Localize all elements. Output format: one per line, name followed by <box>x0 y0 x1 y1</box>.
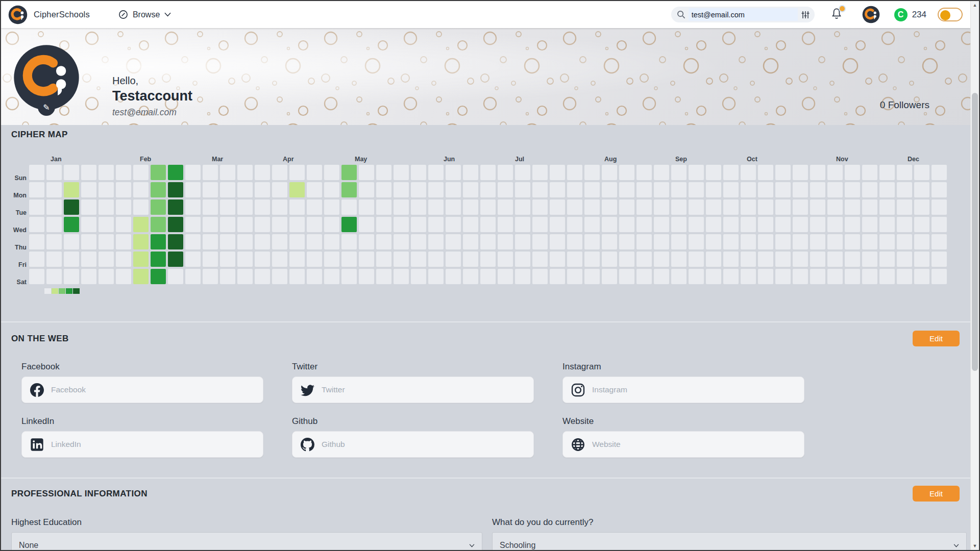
heatmap-cell[interactable] <box>775 165 791 180</box>
heatmap-cell[interactable] <box>584 199 600 215</box>
heatmap-cell[interactable] <box>81 234 96 249</box>
heatmap-cell[interactable] <box>446 234 461 249</box>
heatmap-cell[interactable] <box>394 199 409 215</box>
heatmap-cell[interactable] <box>411 269 426 284</box>
heatmap-cell[interactable] <box>897 199 912 215</box>
heatmap-cell[interactable] <box>723 165 739 180</box>
heatmap-cell[interactable] <box>914 234 929 249</box>
heatmap-cell[interactable] <box>897 234 912 249</box>
heatmap-cell[interactable] <box>827 234 843 249</box>
heatmap-cell[interactable] <box>446 182 461 197</box>
heatmap-cell[interactable] <box>46 182 62 197</box>
heatmap-cell[interactable] <box>446 199 461 215</box>
heatmap-cell[interactable] <box>81 165 96 180</box>
heatmap-cell[interactable] <box>428 165 444 180</box>
heatmap-cell[interactable] <box>793 199 808 215</box>
heatmap-cell[interactable] <box>185 165 201 180</box>
browse-menu[interactable]: Browse <box>118 10 171 19</box>
heatmap-cell[interactable] <box>584 234 600 249</box>
heatmap-cell[interactable] <box>272 269 287 284</box>
heatmap-cell[interactable] <box>220 234 235 249</box>
heatmap-cell[interactable] <box>619 182 634 197</box>
heatmap-cell[interactable] <box>255 234 270 249</box>
heatmap-cell[interactable] <box>480 217 496 232</box>
heatmap-cell[interactable] <box>723 217 739 232</box>
heatmap-cell[interactable] <box>463 217 478 232</box>
heatmap-cell[interactable] <box>793 217 808 232</box>
heatmap-cell[interactable] <box>793 234 808 249</box>
instagram-input[interactable] <box>592 385 797 394</box>
filters-icon[interactable] <box>801 10 810 19</box>
heatmap-cell[interactable] <box>289 252 305 267</box>
heatmap-cell[interactable] <box>654 199 669 215</box>
heatmap-cell[interactable] <box>758 217 773 232</box>
heatmap-cell[interactable] <box>758 165 773 180</box>
heatmap-cell[interactable] <box>532 269 548 284</box>
heatmap-cell[interactable] <box>64 182 79 197</box>
heatmap-cell[interactable] <box>550 165 565 180</box>
heatmap-cell[interactable] <box>706 165 721 180</box>
heatmap-cell[interactable] <box>810 269 825 284</box>
heatmap-cell[interactable] <box>289 217 305 232</box>
heatmap-cell[interactable] <box>220 269 235 284</box>
heatmap-cell[interactable] <box>602 234 617 249</box>
heatmap-cell[interactable] <box>272 182 287 197</box>
heatmap-cell[interactable] <box>723 182 739 197</box>
heatmap-cell[interactable] <box>168 252 183 267</box>
heatmap-cell[interactable] <box>185 252 201 267</box>
heatmap-cell[interactable] <box>706 252 721 267</box>
heatmap-cell[interactable] <box>307 217 322 232</box>
heatmap-cell[interactable] <box>64 199 79 215</box>
heatmap-cell[interactable] <box>99 217 114 232</box>
scrollbar-thumb[interactable] <box>972 93 978 371</box>
heatmap-cell[interactable] <box>29 269 44 284</box>
heatmap-cell[interactable] <box>480 165 496 180</box>
heatmap-cell[interactable] <box>394 269 409 284</box>
heatmap-cell[interactable] <box>914 199 929 215</box>
heatmap-cell[interactable] <box>446 269 461 284</box>
heatmap-cell[interactable] <box>584 182 600 197</box>
heatmap-cell[interactable] <box>359 234 374 249</box>
heatmap-cell[interactable] <box>741 234 756 249</box>
github-input[interactable] <box>322 440 526 449</box>
heatmap-cell[interactable] <box>845 199 860 215</box>
heatmap-cell[interactable] <box>775 252 791 267</box>
heatmap-cell[interactable] <box>862 269 877 284</box>
heatmap-cell[interactable] <box>689 269 704 284</box>
heatmap-cell[interactable] <box>81 269 96 284</box>
heatmap-cell[interactable] <box>237 199 253 215</box>
heatmap-cell[interactable] <box>810 165 825 180</box>
heatmap-cell[interactable] <box>550 234 565 249</box>
heatmap-cell[interactable] <box>567 165 582 180</box>
heatmap-cell[interactable] <box>480 234 496 249</box>
heatmap-cell[interactable] <box>498 182 513 197</box>
heatmap-cell[interactable] <box>636 269 652 284</box>
heatmap-cell[interactable] <box>220 199 235 215</box>
heatmap-cell[interactable] <box>324 252 339 267</box>
heatmap-cell[interactable] <box>272 234 287 249</box>
heatmap-cell[interactable] <box>845 252 860 267</box>
heatmap-cell[interactable] <box>897 269 912 284</box>
heatmap-cell[interactable] <box>428 269 444 284</box>
heatmap-cell[interactable] <box>619 234 634 249</box>
heatmap-cell[interactable] <box>741 182 756 197</box>
heatmap-cell[interactable] <box>723 269 739 284</box>
heatmap-cell[interactable] <box>879 182 895 197</box>
heatmap-cell[interactable] <box>845 165 860 180</box>
heatmap-cell[interactable] <box>46 165 62 180</box>
heatmap-cell[interactable] <box>185 217 201 232</box>
heatmap-cell[interactable] <box>845 234 860 249</box>
heatmap-cell[interactable] <box>550 199 565 215</box>
heatmap-cell[interactable] <box>272 252 287 267</box>
heatmap-cell[interactable] <box>411 199 426 215</box>
heatmap-cell[interactable] <box>532 252 548 267</box>
heatmap-cell[interactable] <box>810 199 825 215</box>
heatmap-cell[interactable] <box>862 217 877 232</box>
heatmap-cell[interactable] <box>272 217 287 232</box>
heatmap-cell[interactable] <box>64 234 79 249</box>
heatmap-cell[interactable] <box>446 165 461 180</box>
heatmap-cell[interactable] <box>428 182 444 197</box>
heatmap-cell[interactable] <box>376 165 391 180</box>
heatmap-cell[interactable] <box>914 269 929 284</box>
heatmap-cell[interactable] <box>810 234 825 249</box>
